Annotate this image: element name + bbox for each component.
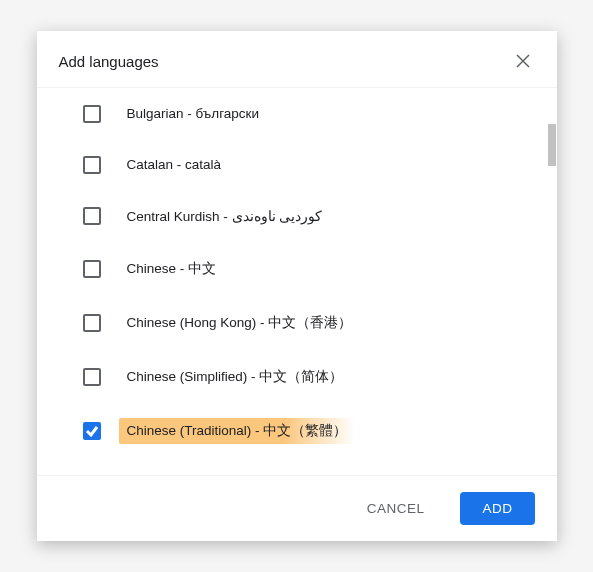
language-checkbox[interactable] <box>83 368 101 386</box>
language-checkbox[interactable] <box>83 207 101 225</box>
add-button[interactable]: ADD <box>460 492 534 525</box>
language-item[interactable]: Chinese (Simplified) - 中文（简体） <box>37 350 557 404</box>
language-checkbox[interactable] <box>83 314 101 332</box>
language-item[interactable]: Corsican <box>37 458 557 475</box>
language-label: Chinese (Hong Kong) - 中文（香港） <box>119 310 361 336</box>
close-icon <box>516 54 530 68</box>
language-item[interactable]: Central Kurdish - کوردیی ناوەندی <box>37 190 557 242</box>
close-button[interactable] <box>511 49 535 73</box>
language-item[interactable]: Chinese - 中文 <box>37 242 557 296</box>
language-label: Bulgarian - български <box>119 102 267 125</box>
language-item[interactable]: Catalan - català <box>37 139 557 190</box>
language-item[interactable]: Chinese (Traditional) - 中文（繁體） <box>37 404 557 458</box>
scrollbar-thumb[interactable] <box>548 124 556 166</box>
dialog-footer: CANCEL ADD <box>37 476 557 541</box>
language-label: Chinese - 中文 <box>119 256 225 282</box>
language-label: Chinese (Simplified) - 中文（简体） <box>119 364 352 390</box>
dialog-title: Add languages <box>59 53 159 70</box>
language-checkbox[interactable] <box>83 475 101 476</box>
language-checkbox[interactable] <box>83 260 101 278</box>
language-checkbox[interactable] <box>83 156 101 174</box>
language-item[interactable]: Chinese (Hong Kong) - 中文（香港） <box>37 296 557 350</box>
language-label: Chinese (Traditional) - 中文（繁體） <box>119 418 356 444</box>
language-item[interactable]: Bulgarian - български <box>37 88 557 139</box>
language-list[interactable]: Bulgarian - българскиCatalan - catalàCen… <box>37 88 557 475</box>
language-label: Central Kurdish - کوردیی ناوەندی <box>119 204 331 228</box>
dialog-body: Bulgarian - българскиCatalan - catalàCen… <box>37 87 557 476</box>
language-label: Corsican <box>119 472 188 475</box>
dialog-header: Add languages <box>37 31 557 87</box>
language-checkbox[interactable] <box>83 422 101 440</box>
cancel-button[interactable]: CANCEL <box>347 492 445 525</box>
scrollbar-track[interactable] <box>545 88 557 475</box>
language-label: Catalan - català <box>119 153 230 176</box>
check-icon <box>85 424 99 438</box>
add-languages-dialog: Add languages Bulgarian - българскиCatal… <box>37 31 557 541</box>
language-checkbox[interactable] <box>83 105 101 123</box>
